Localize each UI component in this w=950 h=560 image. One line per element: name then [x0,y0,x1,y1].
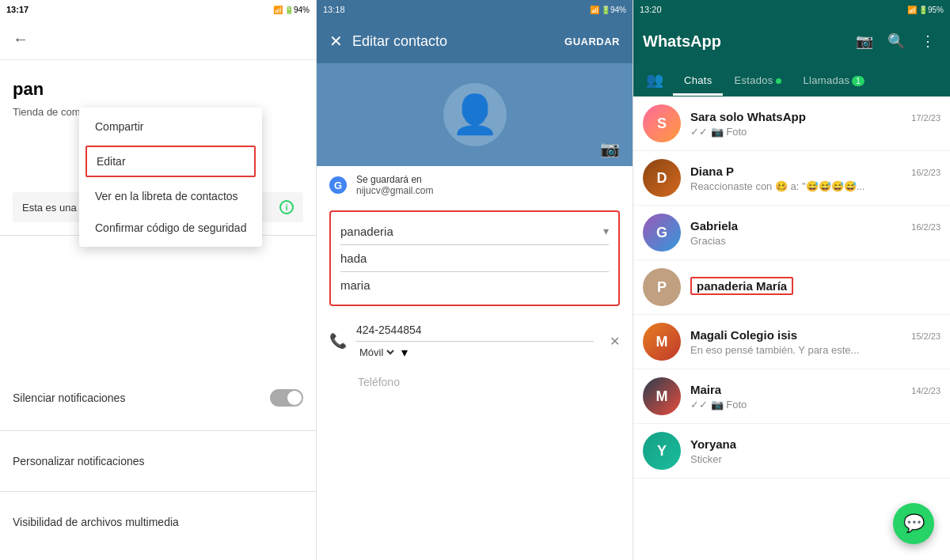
chat-preview: ✓✓ 📷 Foto [690,399,940,411]
estados-dot [776,78,781,84]
save-to-email: nijucv@gmail.com [356,185,434,196]
status-icons-1: 📶 🔋94% [273,6,310,14]
chat-avatar: D [643,159,681,197]
chat-body: Maira 14/2/23 ✓✓ 📷 Foto [690,383,940,411]
avatar-letter: S [657,115,667,132]
menu-compartir[interactable]: Compartir [79,111,262,142]
llamadas-badge: 1 [852,76,864,86]
signal-icon: 📶 [273,6,283,14]
edit-contact-header: ✕ Editar contacto GUARDAR [317,19,633,63]
status-icons-3: 📶 🔋95% [907,6,944,14]
panel-edit-contact: 13:18 📶 🔋94% ✕ Editar contacto GUARDAR 👤… [317,0,633,560]
google-icon: G [329,176,347,194]
chat-date: 15/2/23 [911,331,940,341]
chat-name-row: Diana P 16/2/23 [690,165,940,178]
chat-body: Sara solo WhatsApp 17/2/23 ✓✓ 📷 Foto [690,110,940,138]
groups-tab-icon[interactable]: 👥 [636,63,673,96]
avatar-letter: G [656,225,667,241]
divider-3 [0,491,316,492]
avatar-letter: P [657,279,667,296]
chat-body: Yoryana Sticker [690,437,940,465]
chat-avatar: M [643,377,681,415]
chat-date: 16/2/23 [911,168,940,177]
panel-contact-info: 13:17 📶 🔋94% ← pan Tienda de comestibles… [0,0,317,560]
info-icon[interactable]: i [279,200,294,214]
guardar-button[interactable]: GUARDAR [564,36,620,47]
chat-item[interactable]: M Maira 14/2/23 ✓✓ 📷 Foto [633,369,950,424]
chat-avatar: S [643,104,681,142]
customize-notifications[interactable]: Personalizar notificaciones [0,444,316,479]
avatar-large: 👤 [443,83,507,146]
person-silhouette-icon: 👤 [451,96,499,134]
menu-ver-libreta[interactable]: Ver en la libreta de contactos [79,180,262,212]
chat-body: Gabriela 16/2/23 Gracias [690,219,940,247]
chat-item[interactable]: G Gabriela 16/2/23 Gracias [633,206,950,260]
time-2: 13:18 [323,5,345,14]
phone-clear-icon[interactable]: ✕ [610,334,620,349]
more-options-icon[interactable]: ⋮ [915,28,940,54]
first-name-input[interactable] [340,218,609,245]
status-bar-3: 13:20 📶 🔋95% [633,0,950,19]
save-to-label: Se guardará en [356,174,434,185]
camera-icon[interactable]: 📷 [600,139,620,158]
chats-tab-label: Chats [684,74,712,86]
chat-body: panaderia María [690,277,940,297]
contact-avatar-area: 👤 📷 [317,63,633,166]
contact-name-large: pan [0,60,316,106]
third-name-input[interactable] [340,272,609,298]
tab-estados[interactable]: Estados [723,65,792,96]
silence-notifications-row: Silenciar notificaciones [0,378,316,418]
battery-icon: 🔋94% [284,6,310,14]
menu-confirmar-codigo[interactable]: Confirmar código de seguridad [79,212,262,244]
panel1-header: ← [0,19,316,60]
camera-header-icon[interactable]: 📷 [852,28,877,54]
chat-preview: En eso pensé también. Y para este... [690,344,940,356]
chat-item[interactable]: D Diana P 16/2/23 Reaccionaste con 🥴 a: … [633,151,950,206]
phone-placeholder-text: Teléfono [358,376,400,388]
tab-llamadas[interactable]: Llamadas1 [792,65,876,96]
chat-list: S Sara solo WhatsApp 17/2/23 ✓✓ 📷 Foto D… [633,96,950,560]
tab-chats[interactable]: Chats [673,65,723,96]
chat-name-row: Yoryana [690,437,940,451]
chat-preview: Gracias [690,235,940,247]
chat-name-row: Maira 14/2/23 [690,383,940,396]
chat-avatar: Y [643,432,681,470]
divider-2 [0,430,316,431]
status-icons-2: 📶 🔋94% [590,6,626,14]
chat-avatar: M [643,323,681,361]
chat-name: Gabriela [690,219,738,233]
battery-icon-2: 🔋94% [601,6,626,14]
menu-editar[interactable]: Editar [86,146,256,177]
chat-name-row: Magali Colegio isis 15/2/23 [690,328,940,342]
back-arrow-icon[interactable]: ← [13,30,28,48]
chat-item[interactable]: M Magali Colegio isis 15/2/23 En eso pen… [633,315,950,369]
chat-date: 16/2/23 [911,222,940,232]
whatsapp-header: WhatsApp 📷 🔍 ⋮ [633,19,950,63]
chat-name-highlighted: panaderia María [690,277,793,295]
second-name-input[interactable] [340,245,609,272]
chat-item[interactable]: Y Yoryana Sticker [633,424,950,479]
chat-item[interactable]: P panaderia María [633,260,950,315]
chat-avatar: P [643,268,681,306]
llamadas-tab-label: Llamadas [804,74,850,86]
phone-type-row: Móvil ▾ [356,342,594,363]
phone-placeholder-row: Teléfono [317,369,633,395]
chat-avatar: G [643,214,681,252]
chat-item[interactable]: S Sara solo WhatsApp 17/2/23 ✓✓ 📷 Foto [633,96,950,151]
time-3: 13:20 [640,5,662,14]
search-header-icon[interactable]: 🔍 [884,28,909,54]
avatar-letter: M [656,388,668,405]
close-icon[interactable]: ✕ [329,32,343,51]
phone-icon-col: 📞 [329,332,347,350]
phone-input-col: Móvil ▾ [356,319,594,363]
phone-number-input[interactable] [356,319,594,342]
chat-date: 17/2/23 [911,113,940,123]
chat-name: Maira [690,383,721,396]
signal-icon-3: 📶 [907,6,917,14]
media-visibility[interactable]: Visibilidad de archivos multimedia [0,505,316,539]
avatar-letter: M [656,334,668,350]
phone-type-select[interactable]: Móvil [356,346,397,359]
new-chat-fab[interactable]: 💬 [893,503,934,544]
silence-toggle[interactable] [270,389,303,407]
chat-name: Sara solo WhatsApp [690,110,806,123]
